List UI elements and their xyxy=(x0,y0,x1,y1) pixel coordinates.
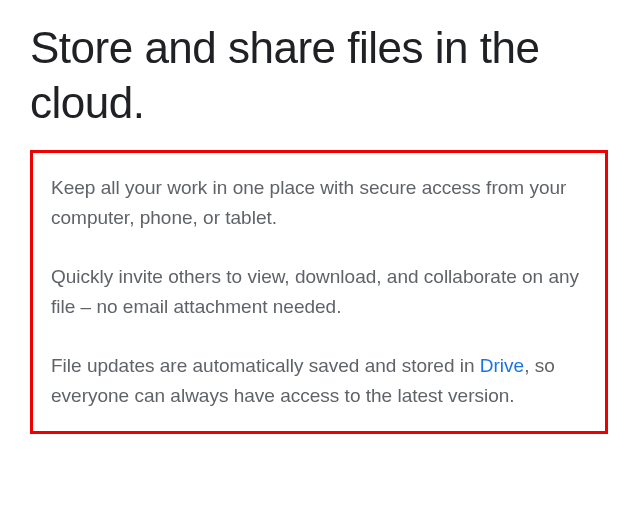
page-heading: Store and share files in the cloud. xyxy=(30,20,608,130)
paragraph-3-before: File updates are automatically saved and… xyxy=(51,355,480,376)
paragraph-1: Keep all your work in one place with sec… xyxy=(51,173,587,234)
drive-link[interactable]: Drive xyxy=(480,355,524,376)
paragraph-3: File updates are automatically saved and… xyxy=(51,351,587,412)
paragraph-2: Quickly invite others to view, download,… xyxy=(51,262,587,323)
highlighted-content-box: Keep all your work in one place with sec… xyxy=(30,150,608,434)
